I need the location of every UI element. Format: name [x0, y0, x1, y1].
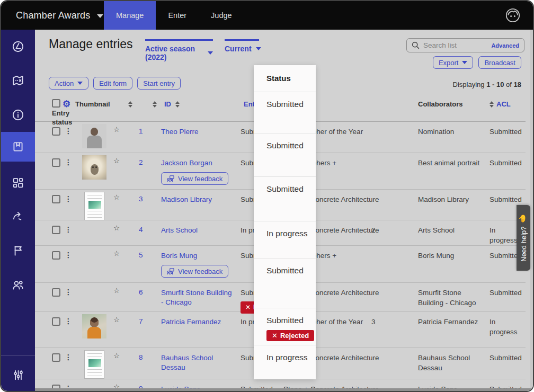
scrollbar-gutter[interactable] [530, 30, 533, 388]
row-checkbox[interactable] [52, 226, 60, 234]
sidebar-item-users[interactable] [1, 270, 35, 300]
broadcast-button[interactable]: Broadcast [478, 56, 521, 69]
top-buttons: Export Broadcast [433, 56, 521, 69]
row-checkbox[interactable] [52, 317, 60, 326]
row-checkbox[interactable] [52, 251, 60, 260]
entry-thumbnail[interactable] [82, 155, 106, 180]
row-menu-button[interactable]: ⋮ [63, 220, 75, 234]
entry-link[interactable]: Theo Pierre [161, 128, 199, 136]
entry-id-link[interactable]: 1 [139, 127, 143, 135]
entry-id-link[interactable]: 7 [139, 317, 143, 325]
row-menu-button[interactable]: ⋮ [63, 153, 75, 166]
main-content: Manage entries Active season (2022) Curr… [35, 30, 533, 391]
favorite-star-icon[interactable]: ☆ [113, 246, 136, 257]
users-icon [11, 278, 25, 292]
user-avatar-icon[interactable] [505, 8, 520, 23]
row-menu-button[interactable]: ⋮ [63, 246, 75, 259]
entry-id-link[interactable]: 6 [139, 288, 143, 296]
need-help-label: Need help? [520, 227, 528, 262]
sidebar-item-settings[interactable] [1, 360, 35, 390]
row-menu-button[interactable]: ⋮ [63, 312, 75, 325]
entry-id-link[interactable]: 8 [139, 353, 143, 361]
entry-link[interactable]: Jackson Borgan [161, 159, 212, 167]
page-title: Manage entries [49, 37, 133, 51]
displaying-count: Displaying 1 - 10 of 18 [453, 81, 521, 88]
status-column-drag-panel[interactable]: Status SubmittedSubmittedSubmittedIn pro… [254, 65, 316, 379]
row-checkbox[interactable] [52, 127, 60, 136]
need-help-tab[interactable]: Need help? ✋ [517, 205, 530, 271]
rejected-badge: ✕Rejected [266, 330, 314, 341]
entry-link[interactable]: Smurfit Stone Building - Chicago [161, 289, 232, 306]
entry-thumbnail[interactable] [84, 350, 104, 379]
entry-link[interactable]: Boris Mung [161, 252, 197, 260]
sidebar-item-clock[interactable] [1, 32, 35, 61]
brand-menu[interactable]: Chamber Awards [1, 1, 104, 30]
sidebar-item-flags[interactable] [1, 236, 35, 265]
sort-icon[interactable] [175, 101, 180, 108]
panel-status-cell: Submitted✕Rejected [254, 308, 316, 345]
dashboard-grid-icon [11, 176, 25, 190]
favorite-star-icon[interactable]: ☆ [113, 283, 136, 295]
action-dropdown-button[interactable]: Action [49, 77, 88, 90]
start-entry-button[interactable]: Start entry [137, 77, 181, 90]
nav-tab-manage[interactable]: Manage [104, 1, 156, 30]
entry-link[interactable]: Arts School [161, 226, 198, 234]
view-feedback-button[interactable]: View feedback [161, 265, 228, 278]
sort-icon[interactable] [128, 101, 132, 108]
sidebar-item-info[interactable] [1, 100, 35, 130]
row-checkbox[interactable] [52, 353, 60, 362]
sidebar-item-dashboard[interactable] [1, 168, 35, 198]
sidebar-item-map[interactable] [1, 66, 35, 95]
collaborators-cell [371, 379, 418, 385]
entry-id-link[interactable]: 4 [139, 226, 143, 234]
acl-cell: Patricia Fernandez [418, 312, 490, 327]
chevron-down-icon [256, 47, 261, 50]
season-filter-dropdown[interactable]: Active season (2022) [145, 39, 213, 61]
select-all-checkbox[interactable] [52, 99, 60, 108]
row-checkbox[interactable] [52, 195, 60, 203]
nav-tab-judge[interactable]: Judge [199, 1, 244, 30]
nav-tab-enter[interactable]: Enter [156, 1, 199, 30]
bottom-scrollbar[interactable] [35, 388, 533, 391]
row-checkbox[interactable] [52, 288, 60, 297]
collaborators-cell [371, 246, 418, 251]
sidebar-item-entries[interactable] [1, 132, 35, 162]
entry-status-cell: Submitted [490, 283, 526, 298]
row-menu-button[interactable]: ⋮ [63, 190, 75, 203]
entry-thumbnail[interactable] [82, 124, 106, 148]
export-label: Export [439, 59, 459, 67]
row-menu-button[interactable]: ⋮ [63, 122, 75, 135]
entry-thumbnail[interactable] [82, 314, 106, 338]
view-feedback-button[interactable]: View feedback [161, 172, 228, 185]
row-checkbox[interactable] [52, 158, 60, 167]
advanced-search-link[interactable]: Advanced [491, 42, 519, 49]
view-filter-dropdown[interactable]: Current [225, 39, 259, 53]
entry-id-link[interactable]: 3 [139, 195, 143, 203]
acl-cell: Madison Library [418, 190, 490, 205]
sidebar [1, 30, 35, 391]
entry-thumbnail[interactable] [84, 192, 104, 220]
favorite-star-icon[interactable]: ☆ [113, 122, 136, 133]
entry-id-link[interactable]: 2 [139, 158, 143, 166]
edit-form-button[interactable]: Edit form [93, 77, 132, 90]
entry-link[interactable]: Patricia Fernandez [161, 318, 221, 326]
export-button[interactable]: Export [433, 56, 474, 69]
row-menu-button[interactable]: ⋮ [63, 283, 75, 296]
favorite-star-icon[interactable]: ☆ [113, 153, 136, 165]
favorite-star-icon[interactable]: ☆ [113, 220, 136, 232]
row-menu-button[interactable]: ⋮ [63, 348, 75, 361]
search-input[interactable]: Search list Advanced [406, 38, 524, 52]
sort-icon[interactable] [153, 101, 157, 108]
entry-id-link[interactable]: 5 [139, 251, 143, 259]
gear-icon[interactable]: ⚙ [63, 99, 70, 109]
entry-status-cell: Submitted [490, 348, 526, 363]
entry-link[interactable]: Madison Library [161, 195, 212, 203]
sidebar-item-judging[interactable] [1, 202, 35, 231]
acl-cell: Arts School [418, 220, 490, 236]
favorite-star-icon[interactable]: ☆ [113, 348, 136, 360]
sort-icon[interactable] [490, 101, 494, 108]
favorite-star-icon[interactable]: ☆ [113, 312, 136, 324]
entry-link[interactable]: Bauhaus School Dessau [161, 354, 213, 371]
favorite-star-icon[interactable]: ☆ [113, 190, 136, 201]
map-icon [11, 74, 25, 87]
